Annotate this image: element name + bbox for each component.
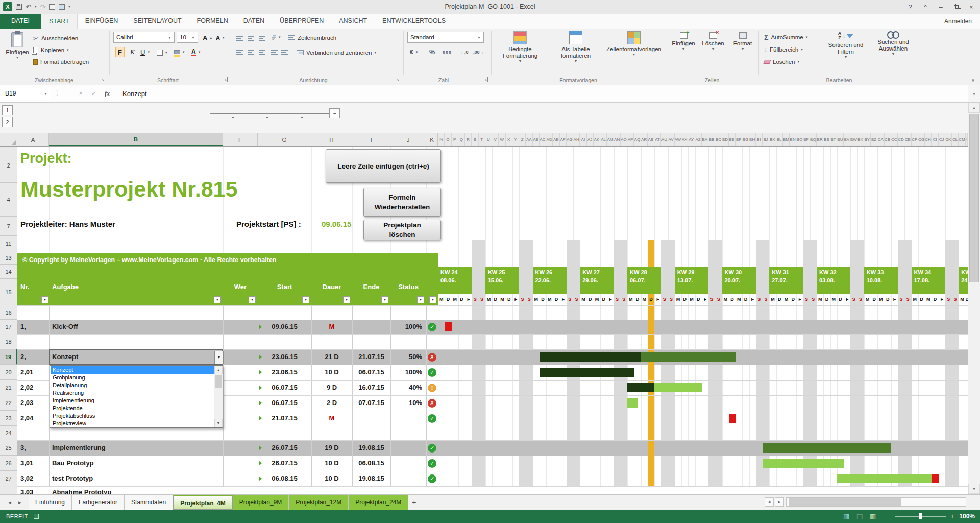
column-header-q[interactable]: Q [458,133,465,146]
column-header-aw[interactable]: AW [675,133,681,146]
align-top-button[interactable] [235,33,244,43]
row-header-17[interactable]: 17 [0,320,17,334]
column-header-av[interactable]: AV [668,133,675,146]
column-header-r[interactable]: R [465,133,472,146]
ribbon-display-options-button[interactable]: ^ [918,0,933,14]
font-color-button[interactable]: A▾ [190,47,202,57]
row-header-13[interactable]: 13 [0,251,17,265]
underline-button[interactable]: U▾ [139,47,151,57]
column-header-by[interactable]: BY [864,133,871,146]
column-header-x[interactable]: X [506,133,512,146]
column-header-s[interactable]: S [472,133,478,146]
formula-bar-handle-icon[interactable]: ⋮ [54,89,60,97]
column-header-bp[interactable]: BP [803,133,810,146]
align-bottom-button[interactable] [257,33,267,43]
column-header-a[interactable]: A [17,133,49,146]
column-header-bq[interactable]: BQ [810,133,817,146]
filter-button[interactable]: ▼ [343,296,350,303]
align-center-button[interactable] [246,47,256,58]
row-header-26[interactable]: 26 [0,456,17,471]
row-header-27[interactable]: 27 [0,471,17,486]
zoom-in-button[interactable]: + [950,510,954,523]
column-header-bn[interactable]: BN [790,133,796,146]
column-header-ax[interactable]: AX [681,133,688,146]
font-dialog-launcher[interactable] [223,77,228,82]
row-header-23[interactable]: 23 [0,411,17,426]
column-header-aj[interactable]: AJ [587,133,594,146]
column-header-f[interactable]: F [223,133,258,146]
row-header-16[interactable]: 16 [0,305,17,320]
column-header-aq[interactable]: AQ [634,133,641,146]
expand-formula-bar-icon[interactable]: ▾ [968,85,980,103]
outline-level-button-2[interactable]: 2 [2,117,13,127]
ribbon-tab-datei[interactable]: DATEI [0,14,41,29]
sheet-nav-right-icon[interactable]: ► [17,495,22,510]
column-header-k[interactable]: K [426,133,438,146]
column-header-al[interactable]: AL [600,133,607,146]
dropdown-item[interactable]: Realisierung [51,389,214,397]
delete-cells-button[interactable]: × Löschen ▼ [699,32,727,51]
sheet-tab-farbgenerator[interactable]: Farbgenerator [72,495,125,510]
column-header-bz[interactable]: BZ [871,133,877,146]
ribbon-tab-einfügen[interactable]: EINFÜGEN [78,14,126,29]
column-header-bd[interactable]: BD [722,133,729,146]
merge-center-button[interactable]: Verbinden und zentrieren▾ [295,47,378,58]
zoom-level[interactable]: 100% [957,510,975,523]
borders-button[interactable]: ▾ [155,47,169,58]
column-header-cc[interactable]: CC [891,133,898,146]
row-header-11[interactable]: 11 [0,236,17,251]
column-header-w[interactable]: W [499,133,505,146]
view-page-layout-icon[interactable]: ▤ [856,510,863,523]
row-header-19[interactable]: 19 [0,349,17,365]
column-header-bv[interactable]: BV [844,133,850,146]
column-header-be[interactable]: BE [729,133,736,146]
ribbon-tab-daten[interactable]: DATEN [236,14,272,29]
formula-content[interactable]: Konzept [122,85,147,102]
format-as-table-button[interactable]: Als Tabelle formatieren ▼ [548,31,603,63]
column-header-ab[interactable]: AB [533,133,540,146]
alignment-dialog-launcher[interactable] [395,77,400,82]
column-header-bk[interactable]: BK [769,133,776,146]
column-header-cm[interactable]: CM [959,133,965,146]
ribbon-tab-überprüfen[interactable]: ÜBERPRÜFEN [272,14,331,29]
column-header-g[interactable]: G [258,133,311,146]
sheet-nav-left-icon[interactable]: ◄ [7,495,12,510]
cut-button[interactable]: ✂ Ausschneiden [32,33,80,43]
sheet-tab-einführung[interactable]: Einführung [29,495,72,510]
dropdown-item[interactable]: Projektreview [51,420,214,427]
column-header-p[interactable]: P [452,133,458,146]
vertical-scrollbar[interactable]: ▲ ▼ [968,103,980,494]
column-header-y[interactable]: Y [512,133,519,146]
paste-button[interactable]: Einfügen ▼ [4,31,31,74]
format-cells-button[interactable]: Format ▼ [729,32,756,51]
dropdown-item[interactable]: Detailplanung [51,382,214,389]
cell-dropdown-button[interactable]: ▼ [214,351,224,364]
name-box-dropdown-icon[interactable]: ▼ [44,92,47,96]
decrease-decimal-button[interactable]: ,00→ [472,47,486,57]
column-header-cg[interactable]: CG [918,133,925,146]
column-header-cl[interactable]: CL [952,133,959,146]
horizontal-scrollbar[interactable] [786,497,966,507]
confirm-entry-icon[interactable]: ✓ [88,85,100,102]
column-header-bt[interactable]: BT [830,133,837,146]
column-header-az[interactable]: AZ [695,133,702,146]
fill-button[interactable]: ↓ Füllbereich ▾ [763,44,804,55]
column-header-aa[interactable]: AA [526,133,532,146]
align-left-button[interactable] [235,47,244,58]
italic-button[interactable]: K [129,47,136,57]
align-right-button[interactable] [257,47,267,58]
row-header-14[interactable]: 14 [0,265,17,279]
clear-button[interactable]: Löschen ▾ [763,57,801,67]
orientation-button[interactable]: ab▾ [270,32,282,42]
insert-cells-button[interactable]: + Einfügen ▼ [670,32,697,51]
minimize-button[interactable]: – [933,0,948,14]
horizontal-scrollbar-thumb[interactable] [789,498,901,506]
dropdown-item[interactable]: Grobplanung [51,374,214,382]
ribbon-tab-seitenlayout[interactable]: SEITENLAYOUT [126,14,189,29]
row-header-partial[interactable] [0,486,17,494]
shrink-font-button[interactable]: A▾ [214,33,226,43]
zoom-out-button[interactable]: − [887,510,891,523]
find-select-button[interactable]: Suchen und Auswählen ▼ [870,31,917,56]
column-header-ch[interactable]: CH [925,133,932,146]
column-header-bu[interactable]: BU [837,133,844,146]
